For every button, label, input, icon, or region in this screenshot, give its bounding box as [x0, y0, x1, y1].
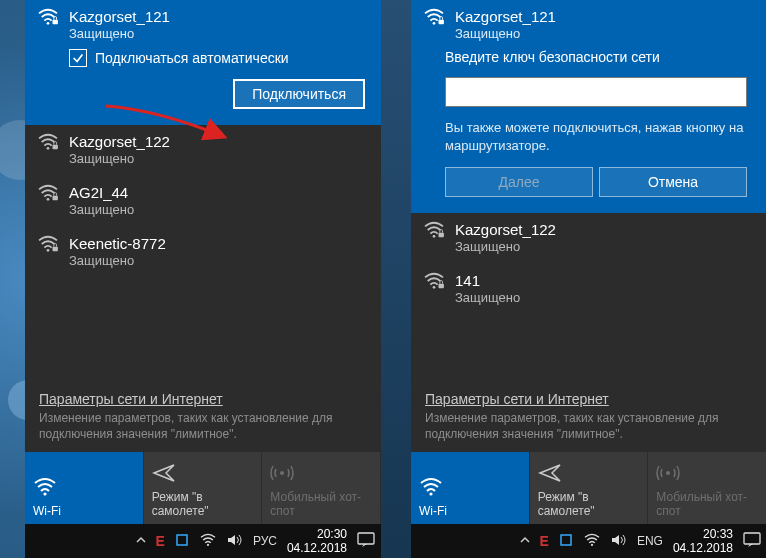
wifi-icon [33, 475, 135, 502]
network-status: Защищено [69, 26, 170, 41]
taskbar-clock[interactable]: 20:30 04.12.2018 [287, 527, 347, 556]
tray-app-icon[interactable] [559, 533, 573, 550]
network-settings-block: Параметры сети и Интернет Изменение пара… [411, 381, 766, 452]
network-status: Защищено [455, 26, 556, 41]
wifi-secure-icon [37, 133, 59, 154]
network-item-selected[interactable]: Kazgorset_121 Защищено Введите ключ безо… [411, 0, 766, 213]
taskbar-clock[interactable]: 20:33 04.12.2018 [673, 527, 733, 556]
svg-rect-12 [358, 533, 374, 544]
svg-point-2 [47, 147, 50, 150]
svg-rect-10 [177, 535, 187, 545]
svg-rect-5 [53, 196, 58, 201]
tile-wifi[interactable]: Wi-Fi [25, 452, 144, 524]
network-item[interactable]: 141 Защищено [411, 264, 766, 315]
language-indicator[interactable]: РУС [253, 534, 277, 548]
action-center-icon[interactable] [743, 532, 761, 551]
svg-point-19 [429, 492, 432, 495]
tray-app-icon[interactable] [175, 533, 189, 550]
clock-date: 04.12.2018 [287, 541, 347, 555]
next-button[interactable]: Далее [445, 167, 593, 197]
tile-hotspot[interactable]: Мобильный хот-спот [262, 452, 381, 524]
svg-point-11 [207, 543, 209, 545]
network-item[interactable]: Kazgorset_122 Защищено [411, 213, 766, 264]
auto-connect-label: Подключаться автоматически [95, 50, 289, 66]
tile-label: Мобильный хот-спот [656, 490, 758, 518]
security-key-prompt: Введите ключ безопасности сети [445, 49, 747, 65]
svg-point-9 [280, 471, 284, 475]
wallpaper-gap [381, 0, 411, 558]
network-settings-link[interactable]: Параметры сети и Интернет [425, 391, 753, 407]
wifi-secure-icon [37, 235, 59, 256]
svg-point-0 [47, 22, 50, 25]
quick-action-tiles: Wi-Fi Режим "в самолете" Мобильный хот-с… [25, 452, 381, 524]
wifi-secure-icon [423, 272, 445, 293]
network-settings-desc: Изменение параметров, таких как установл… [39, 410, 367, 442]
tray-wifi-icon[interactable] [199, 533, 217, 550]
security-key-input[interactable] [445, 77, 747, 107]
hotspot-icon [270, 461, 372, 488]
tile-label: Режим "в самолете" [152, 490, 254, 518]
tray-chevron-up-icon[interactable] [136, 534, 146, 548]
tile-airplane[interactable]: Режим "в самолете" [530, 452, 649, 524]
taskbar: E РУС 20:30 04.12.2018 [25, 524, 381, 558]
language-indicator[interactable]: ENG [637, 534, 663, 548]
tile-wifi[interactable]: Wi-Fi [411, 452, 530, 524]
svg-rect-16 [439, 233, 444, 238]
network-settings-block: Параметры сети и Интернет Изменение пара… [25, 381, 381, 452]
tray-app-icon[interactable]: E [156, 533, 165, 549]
network-status: Защищено [455, 290, 520, 305]
svg-rect-7 [53, 247, 58, 252]
tray-wifi-icon[interactable] [583, 533, 601, 550]
wifi-secure-icon [423, 221, 445, 242]
svg-point-15 [433, 235, 436, 238]
svg-rect-23 [744, 533, 760, 544]
action-center-icon[interactable] [357, 532, 375, 551]
network-list: Kazgorset_121 Защищено Введите ключ безо… [411, 0, 766, 381]
svg-rect-3 [53, 145, 58, 150]
airplane-icon [538, 461, 640, 488]
network-name: Keenetic-8772 [69, 235, 166, 252]
svg-rect-18 [439, 284, 444, 289]
svg-point-8 [43, 492, 46, 495]
clock-time: 20:30 [287, 527, 347, 541]
network-item[interactable]: Keenetic-8772 Защищено [25, 227, 381, 278]
svg-rect-14 [439, 20, 444, 25]
taskbar: E ENG 20:33 04.12.2018 [411, 524, 766, 558]
wifi-secure-icon [37, 8, 59, 29]
cancel-button[interactable]: Отмена [599, 167, 747, 197]
network-item-selected[interactable]: Kazgorset_121 Защищено Подключаться авто… [25, 0, 381, 125]
network-settings-desc: Изменение параметров, таких как установл… [425, 410, 753, 442]
network-flyout-right: Kazgorset_121 Защищено Введите ключ безо… [411, 0, 766, 558]
tile-label: Мобильный хот-спот [270, 490, 372, 518]
network-status: Защищено [69, 202, 134, 217]
tray-app-icon[interactable]: E [540, 533, 549, 549]
network-flyout-left: Kazgorset_121 Защищено Подключаться авто… [25, 0, 381, 558]
svg-point-17 [433, 286, 436, 289]
network-name: 141 [455, 272, 520, 289]
tile-label: Wi-Fi [419, 504, 521, 518]
tile-hotspot[interactable]: Мобильный хот-спот [648, 452, 766, 524]
svg-point-22 [591, 543, 593, 545]
tile-label: Wi-Fi [33, 504, 135, 518]
network-name: AG2I_44 [69, 184, 134, 201]
wifi-secure-icon [37, 184, 59, 205]
tray-chevron-up-icon[interactable] [520, 534, 530, 548]
wifi-secure-icon [423, 8, 445, 29]
auto-connect-checkbox[interactable]: Подключаться автоматически [69, 49, 369, 67]
tile-airplane[interactable]: Режим "в самолете" [144, 452, 263, 524]
tile-label: Режим "в самолете" [538, 490, 640, 518]
network-item[interactable]: AG2I_44 Защищено [25, 176, 381, 227]
system-tray: E [520, 533, 627, 550]
network-item[interactable]: Kazgorset_122 Защищено [25, 125, 381, 176]
network-status: Защищено [69, 151, 170, 166]
network-settings-link[interactable]: Параметры сети и Интернет [39, 391, 367, 407]
quick-action-tiles: Wi-Fi Режим "в самолете" Мобильный хот-с… [411, 452, 766, 524]
tray-volume-icon[interactable] [227, 533, 243, 550]
tray-volume-icon[interactable] [611, 533, 627, 550]
network-name: Kazgorset_122 [455, 221, 556, 238]
connect-button[interactable]: Подключиться [233, 79, 365, 109]
network-status: Защищено [69, 253, 166, 268]
network-status: Защищено [455, 239, 556, 254]
svg-rect-21 [561, 535, 571, 545]
network-name: Kazgorset_121 [455, 8, 556, 25]
